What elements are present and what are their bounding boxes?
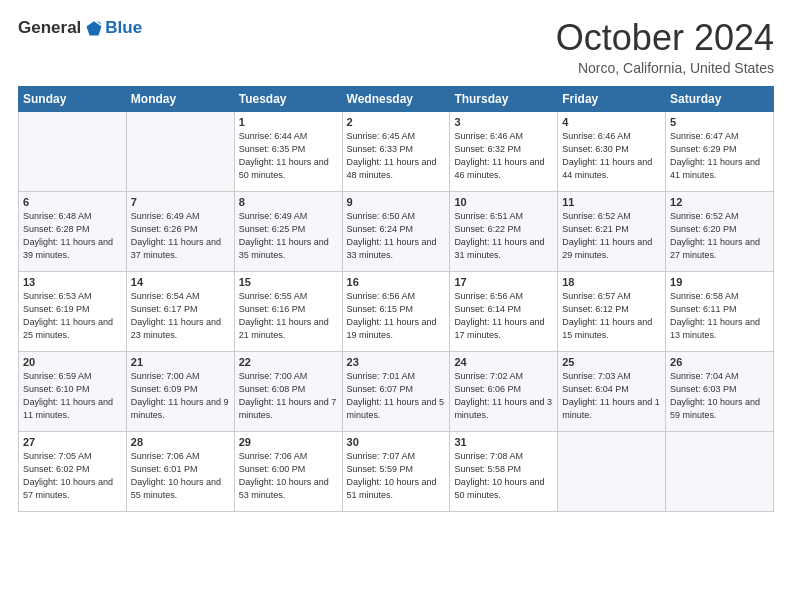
- calendar-cell: 13Sunrise: 6:53 AM Sunset: 6:19 PM Dayli…: [19, 271, 127, 351]
- logo: General Blue: [18, 18, 142, 38]
- logo-general: General: [18, 18, 81, 38]
- day-info: Sunrise: 6:51 AM Sunset: 6:22 PM Dayligh…: [454, 210, 553, 262]
- calendar-cell: 2Sunrise: 6:45 AM Sunset: 6:33 PM Daylig…: [342, 111, 450, 191]
- day-number: 9: [347, 196, 446, 208]
- day-number: 24: [454, 356, 553, 368]
- day-number: 4: [562, 116, 661, 128]
- calendar-cell: 28Sunrise: 7:06 AM Sunset: 6:01 PM Dayli…: [126, 431, 234, 511]
- day-info: Sunrise: 7:02 AM Sunset: 6:06 PM Dayligh…: [454, 370, 553, 422]
- day-header: Sunday: [19, 86, 127, 111]
- calendar-cell: 29Sunrise: 7:06 AM Sunset: 6:00 PM Dayli…: [234, 431, 342, 511]
- day-info: Sunrise: 6:48 AM Sunset: 6:28 PM Dayligh…: [23, 210, 122, 262]
- day-info: Sunrise: 7:03 AM Sunset: 6:04 PM Dayligh…: [562, 370, 661, 422]
- day-number: 30: [347, 436, 446, 448]
- calendar-cell: 19Sunrise: 6:58 AM Sunset: 6:11 PM Dayli…: [666, 271, 774, 351]
- day-header: Friday: [558, 86, 666, 111]
- logo-blue: Blue: [105, 18, 142, 38]
- calendar-cell: 9Sunrise: 6:50 AM Sunset: 6:24 PM Daylig…: [342, 191, 450, 271]
- calendar-cell: [558, 431, 666, 511]
- calendar-cell: 7Sunrise: 6:49 AM Sunset: 6:26 PM Daylig…: [126, 191, 234, 271]
- day-info: Sunrise: 6:49 AM Sunset: 6:26 PM Dayligh…: [131, 210, 230, 262]
- calendar-week-row: 27Sunrise: 7:05 AM Sunset: 6:02 PM Dayli…: [19, 431, 774, 511]
- calendar-cell: 24Sunrise: 7:02 AM Sunset: 6:06 PM Dayli…: [450, 351, 558, 431]
- calendar-cell: 23Sunrise: 7:01 AM Sunset: 6:07 PM Dayli…: [342, 351, 450, 431]
- calendar-cell: 26Sunrise: 7:04 AM Sunset: 6:03 PM Dayli…: [666, 351, 774, 431]
- calendar-cell: 25Sunrise: 7:03 AM Sunset: 6:04 PM Dayli…: [558, 351, 666, 431]
- day-number: 26: [670, 356, 769, 368]
- calendar-cell: 16Sunrise: 6:56 AM Sunset: 6:15 PM Dayli…: [342, 271, 450, 351]
- calendar-cell: [666, 431, 774, 511]
- day-header: Wednesday: [342, 86, 450, 111]
- day-number: 21: [131, 356, 230, 368]
- day-number: 16: [347, 276, 446, 288]
- day-number: 1: [239, 116, 338, 128]
- day-info: Sunrise: 6:55 AM Sunset: 6:16 PM Dayligh…: [239, 290, 338, 342]
- day-number: 22: [239, 356, 338, 368]
- day-number: 7: [131, 196, 230, 208]
- day-info: Sunrise: 6:53 AM Sunset: 6:19 PM Dayligh…: [23, 290, 122, 342]
- day-number: 25: [562, 356, 661, 368]
- day-info: Sunrise: 6:56 AM Sunset: 6:15 PM Dayligh…: [347, 290, 446, 342]
- day-info: Sunrise: 7:04 AM Sunset: 6:03 PM Dayligh…: [670, 370, 769, 422]
- day-number: 28: [131, 436, 230, 448]
- calendar-cell: 3Sunrise: 6:46 AM Sunset: 6:32 PM Daylig…: [450, 111, 558, 191]
- day-info: Sunrise: 6:50 AM Sunset: 6:24 PM Dayligh…: [347, 210, 446, 262]
- day-info: Sunrise: 7:06 AM Sunset: 6:01 PM Dayligh…: [131, 450, 230, 502]
- day-info: Sunrise: 6:57 AM Sunset: 6:12 PM Dayligh…: [562, 290, 661, 342]
- day-info: Sunrise: 6:52 AM Sunset: 6:20 PM Dayligh…: [670, 210, 769, 262]
- calendar-cell: 5Sunrise: 6:47 AM Sunset: 6:29 PM Daylig…: [666, 111, 774, 191]
- calendar-cell: 21Sunrise: 7:00 AM Sunset: 6:09 PM Dayli…: [126, 351, 234, 431]
- calendar-table: SundayMondayTuesdayWednesdayThursdayFrid…: [18, 86, 774, 512]
- day-info: Sunrise: 6:47 AM Sunset: 6:29 PM Dayligh…: [670, 130, 769, 182]
- day-info: Sunrise: 7:06 AM Sunset: 6:00 PM Dayligh…: [239, 450, 338, 502]
- calendar-cell: [126, 111, 234, 191]
- day-info: Sunrise: 6:46 AM Sunset: 6:30 PM Dayligh…: [562, 130, 661, 182]
- calendar-cell: 14Sunrise: 6:54 AM Sunset: 6:17 PM Dayli…: [126, 271, 234, 351]
- calendar-cell: 4Sunrise: 6:46 AM Sunset: 6:30 PM Daylig…: [558, 111, 666, 191]
- day-number: 11: [562, 196, 661, 208]
- day-info: Sunrise: 7:08 AM Sunset: 5:58 PM Dayligh…: [454, 450, 553, 502]
- calendar-week-row: 6Sunrise: 6:48 AM Sunset: 6:28 PM Daylig…: [19, 191, 774, 271]
- day-info: Sunrise: 6:59 AM Sunset: 6:10 PM Dayligh…: [23, 370, 122, 422]
- calendar-week-row: 1Sunrise: 6:44 AM Sunset: 6:35 PM Daylig…: [19, 111, 774, 191]
- title-block: October 2024 Norco, California, United S…: [556, 18, 774, 76]
- calendar-cell: 20Sunrise: 6:59 AM Sunset: 6:10 PM Dayli…: [19, 351, 127, 431]
- day-number: 10: [454, 196, 553, 208]
- day-number: 31: [454, 436, 553, 448]
- calendar-cell: 10Sunrise: 6:51 AM Sunset: 6:22 PM Dayli…: [450, 191, 558, 271]
- calendar-cell: 8Sunrise: 6:49 AM Sunset: 6:25 PM Daylig…: [234, 191, 342, 271]
- day-info: Sunrise: 6:49 AM Sunset: 6:25 PM Dayligh…: [239, 210, 338, 262]
- day-number: 18: [562, 276, 661, 288]
- calendar-cell: 31Sunrise: 7:08 AM Sunset: 5:58 PM Dayli…: [450, 431, 558, 511]
- calendar-week-row: 20Sunrise: 6:59 AM Sunset: 6:10 PM Dayli…: [19, 351, 774, 431]
- day-number: 27: [23, 436, 122, 448]
- day-number: 8: [239, 196, 338, 208]
- day-info: Sunrise: 6:54 AM Sunset: 6:17 PM Dayligh…: [131, 290, 230, 342]
- day-number: 2: [347, 116, 446, 128]
- header-row: SundayMondayTuesdayWednesdayThursdayFrid…: [19, 86, 774, 111]
- calendar-cell: [19, 111, 127, 191]
- day-info: Sunrise: 6:58 AM Sunset: 6:11 PM Dayligh…: [670, 290, 769, 342]
- calendar-week-row: 13Sunrise: 6:53 AM Sunset: 6:19 PM Dayli…: [19, 271, 774, 351]
- day-header: Monday: [126, 86, 234, 111]
- calendar-cell: 12Sunrise: 6:52 AM Sunset: 6:20 PM Dayli…: [666, 191, 774, 271]
- month-title: October 2024: [556, 18, 774, 58]
- calendar-cell: 17Sunrise: 6:56 AM Sunset: 6:14 PM Dayli…: [450, 271, 558, 351]
- day-number: 13: [23, 276, 122, 288]
- location: Norco, California, United States: [556, 60, 774, 76]
- day-number: 5: [670, 116, 769, 128]
- logo-icon: [85, 19, 103, 37]
- day-header: Thursday: [450, 86, 558, 111]
- logo-text: General Blue: [18, 18, 142, 38]
- day-number: 15: [239, 276, 338, 288]
- day-info: Sunrise: 7:07 AM Sunset: 5:59 PM Dayligh…: [347, 450, 446, 502]
- day-number: 20: [23, 356, 122, 368]
- day-info: Sunrise: 7:00 AM Sunset: 6:09 PM Dayligh…: [131, 370, 230, 422]
- calendar-cell: 18Sunrise: 6:57 AM Sunset: 6:12 PM Dayli…: [558, 271, 666, 351]
- day-number: 19: [670, 276, 769, 288]
- header: General Blue October 2024 Norco, Califor…: [18, 18, 774, 76]
- calendar-cell: 27Sunrise: 7:05 AM Sunset: 6:02 PM Dayli…: [19, 431, 127, 511]
- day-info: Sunrise: 7:00 AM Sunset: 6:08 PM Dayligh…: [239, 370, 338, 422]
- calendar-cell: 30Sunrise: 7:07 AM Sunset: 5:59 PM Dayli…: [342, 431, 450, 511]
- day-header: Saturday: [666, 86, 774, 111]
